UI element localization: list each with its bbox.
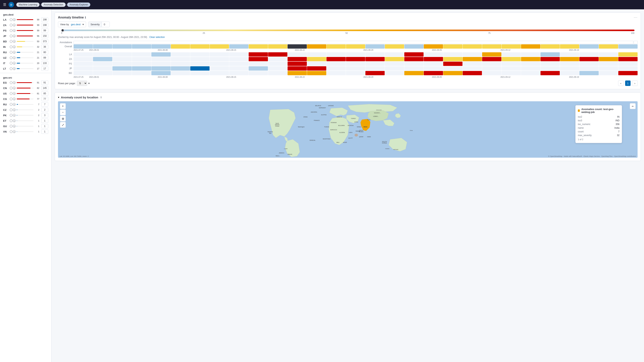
slider-thumb[interactable] (61, 29, 64, 32)
timeline-cell[interactable] (599, 44, 618, 49)
list-item[interactable]: RU − ◎ 7 7 (0, 102, 51, 107)
timeline-cell[interactable] (560, 44, 579, 49)
list-item[interactable]: PK − ◎ 2 3 (0, 113, 51, 118)
page-1-button[interactable]: 1 (625, 80, 630, 86)
list-item[interactable]: JP − ◎ 96 150 (0, 33, 51, 39)
timeline-cell[interactable] (93, 44, 112, 49)
timeline-cell[interactable] (443, 44, 462, 49)
breadcrumb-anomaly-explorer[interactable]: Anomaly Explorer (67, 2, 90, 7)
circle-icon[interactable]: ◎ (13, 119, 16, 122)
minus-icon[interactable]: − (10, 35, 12, 37)
timeline-cell[interactable] (74, 44, 93, 49)
circle-icon[interactable]: ◎ (13, 81, 16, 84)
panel-menu-button[interactable]: ··· (634, 16, 638, 19)
view-by-select[interactable]: View by geo.dest ▾ (58, 21, 86, 27)
minus-icon[interactable]: − (10, 45, 12, 48)
list-item[interactable]: EG − ◎ 91 91 (0, 80, 51, 85)
timeline-cell[interactable] (580, 44, 599, 49)
map-collapse-button[interactable]: ▾ (58, 96, 59, 99)
circle-icon[interactable]: ◎ (13, 29, 16, 32)
minus-icon[interactable]: − (10, 62, 12, 64)
severity-value[interactable]: 0 (102, 22, 110, 27)
list-item[interactable]: BD − ◎ 50 373 (0, 39, 51, 44)
circle-icon[interactable]: ◎ (13, 98, 16, 100)
circle-icon[interactable]: ◎ (13, 125, 16, 127)
breadcrumb-anomaly-detection[interactable]: Anomaly Detection (41, 2, 66, 7)
timeline-cell[interactable] (210, 44, 229, 49)
list-item[interactable]: ZA − ◎ 99 198 (0, 22, 51, 28)
fullscreen-icon[interactable]: ⤢ (60, 122, 66, 128)
circle-icon[interactable]: ◎ (13, 67, 16, 70)
list-item[interactable]: LT − ◎ 17 17 (0, 66, 51, 71)
list-item[interactable]: IN − ◎ 32 36 (0, 44, 51, 49)
zoom-out-button[interactable]: − (60, 109, 66, 115)
minus-icon[interactable]: − (10, 51, 12, 54)
list-item[interactable]: LA − ◎ 99 198 (0, 17, 51, 22)
list-item[interactable]: IT − ◎ 20 133 (0, 60, 51, 66)
circle-icon[interactable]: ◎ (13, 108, 16, 111)
minus-icon[interactable]: − (10, 130, 12, 133)
breadcrumb-machine-learning[interactable]: Machine Learning (16, 2, 40, 7)
minus-icon[interactable]: − (10, 114, 12, 117)
minus-icon[interactable]: − (10, 81, 12, 84)
circle-icon[interactable]: ◎ (13, 40, 16, 43)
circle-icon[interactable]: ◎ (13, 92, 16, 95)
minus-icon[interactable]: − (10, 103, 12, 106)
list-item[interactable]: VN − ◎ 1 1 (0, 129, 51, 134)
timeline-cell[interactable] (112, 44, 132, 49)
minus-icon[interactable]: − (10, 87, 12, 89)
timeline-cell[interactable] (307, 44, 326, 49)
circle-icon[interactable]: ◎ (13, 103, 16, 106)
timeline-cell[interactable] (190, 44, 210, 49)
minus-icon[interactable]: − (10, 125, 12, 127)
minus-icon[interactable]: − (10, 24, 12, 26)
timeline-cell[interactable] (288, 44, 307, 49)
minus-icon[interactable]: − (10, 18, 12, 21)
circle-icon[interactable]: ◎ (13, 130, 16, 133)
timeline-cell[interactable] (404, 44, 424, 49)
minus-icon[interactable]: − (10, 98, 12, 100)
circle-icon[interactable]: ◎ (13, 51, 16, 54)
circle-icon[interactable]: ◎ (13, 56, 16, 59)
minus-icon[interactable]: − (10, 56, 12, 59)
next-page-button[interactable]: › (632, 80, 638, 86)
circle-icon[interactable]: ◎ (13, 45, 16, 48)
timeline-cell[interactable] (151, 44, 171, 49)
severity-slider[interactable]: 0 25 50 75 100 (58, 29, 638, 34)
minus-icon[interactable]: − (10, 119, 12, 122)
circle-icon[interactable]: ◎ (13, 18, 16, 21)
zoom-in-button[interactable]: + (60, 103, 66, 109)
timeline-cell[interactable] (463, 44, 482, 49)
compass-icon[interactable]: ⊕ (60, 116, 66, 121)
timeline-cell[interactable] (268, 44, 287, 49)
minus-icon[interactable]: − (10, 92, 12, 95)
timeline-cell[interactable] (521, 44, 540, 49)
timeline-cell[interactable] (385, 44, 404, 49)
timeline-cell[interactable] (326, 44, 346, 49)
timeline-cell[interactable] (171, 44, 190, 49)
list-item[interactable]: US − ◎ 81 85 (0, 91, 51, 96)
timeline-cell[interactable] (346, 44, 365, 49)
circle-icon[interactable]: ◎ (13, 24, 16, 26)
hamburger-icon[interactable]: ☰ (3, 2, 6, 7)
timeline-cell[interactable] (229, 44, 248, 49)
rows-per-page-select[interactable]: 5 10 25 (77, 81, 87, 86)
timeline-cell[interactable] (540, 44, 560, 49)
timeline-cell[interactable] (424, 44, 443, 49)
list-item[interactable]: CZ − ◎ 2 2 (0, 107, 51, 113)
prev-page-button[interactable]: ‹ (618, 80, 624, 86)
timeline-cell[interactable] (132, 44, 151, 49)
timeline-cell[interactable] (502, 44, 521, 49)
list-item[interactable]: GU − ◎ 1 1 (0, 123, 51, 129)
minus-icon[interactable]: − (10, 40, 12, 43)
map-toggle-button[interactable]: ⇐ (630, 103, 636, 109)
minus-icon[interactable]: − (10, 29, 12, 32)
circle-icon[interactable]: ◎ (13, 62, 16, 64)
circle-icon[interactable]: ◎ (13, 35, 16, 37)
circle-icon[interactable]: ◎ (13, 87, 16, 89)
list-item[interactable]: ET − ◎ 1 1 (0, 118, 51, 123)
list-item[interactable]: PS − ◎ 99 99 (0, 28, 51, 33)
timeline-cell[interactable] (366, 44, 385, 49)
timeline-cell[interactable] (482, 44, 502, 49)
list-item[interactable]: CN − ◎ 82 145 (0, 85, 51, 91)
